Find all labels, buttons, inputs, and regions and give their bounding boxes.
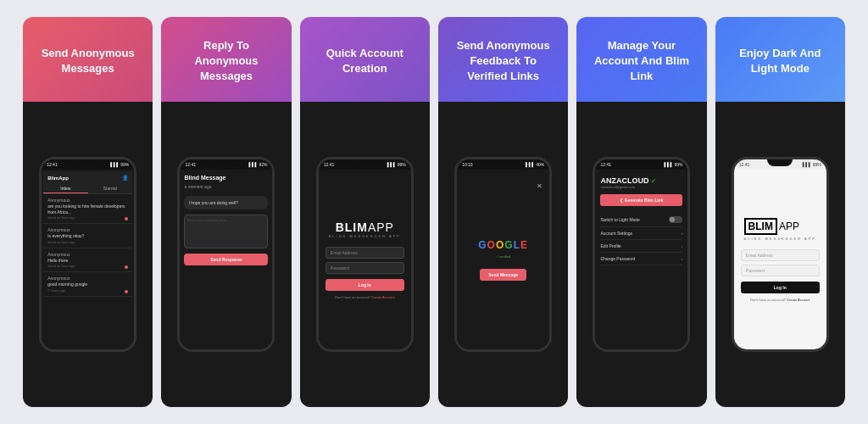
phone-mockup-3: 12:41 ▌▌▌ 99% BLIMAPP BLIND MESSENGER AP… [316, 157, 414, 352]
phone-notch-2 [214, 159, 239, 166]
screen-3: BLIMAPP BLIND MESSENGER APP Email Addres… [319, 170, 411, 349]
card-body-2: 12:41 ▌▌▌ 92% Blind Message a moment ago… [161, 102, 291, 407]
feature-card-2: Reply To AnonymousMessages 12:41 ▌▌▌ 92%… [161, 17, 291, 407]
message-item-4[interactable]: Anonymous good morning google 5 hours ag… [43, 272, 132, 297]
tab-inbox[interactable]: Inbox [43, 184, 88, 193]
screen1-app-header: BlimApp 👤 [43, 171, 132, 184]
screen-2: Blind Message a moment ago I hope you ar… [180, 170, 272, 349]
screen1-profile-icon: 👤 [122, 175, 128, 181]
card-title-2: Reply To AnonymousMessages [171, 38, 281, 85]
account-email: anzacloud@gmail.com [600, 185, 682, 189]
screen1-app-name: BlimApp [47, 176, 69, 181]
close-icon-4[interactable]: ✕ [537, 182, 542, 190]
menu-item-light-mode[interactable]: Switch to Light Mode [600, 213, 682, 227]
google-logo: GOOGLE [478, 239, 528, 251]
feature-card-4: Send AnonymousFeedback ToVerified Links … [438, 17, 568, 407]
app-logo-3: BLIMAPP [329, 220, 401, 234]
message-item-2[interactable]: Anonymous Is everything okay? about an h… [43, 224, 132, 248]
app-logo-6: BLIM APP [744, 218, 816, 235]
screen-1: BlimApp 👤 Inbox Starred Anonymous are yo… [42, 170, 134, 349]
verified-badge-4: ✓ verified [496, 254, 510, 259]
send-message-button-4[interactable]: Send Message [480, 269, 526, 281]
card-body-4: 10:10 ▌▌▌ 40% ✕ GOOGLE ✓ verified Send M… [438, 102, 568, 407]
menu-item-change-password[interactable]: Change Password › [600, 253, 682, 265]
email-input-6[interactable]: Email Address [741, 249, 820, 261]
phone-mockup-6: 12:41 ▌▌▌ 99% BLIM APP BLIND MESSENGER A… [732, 157, 829, 352]
create-account-link-3[interactable]: Don't have an account? Create Account [335, 295, 394, 299]
account-name: ANZACLOUD ✓ [600, 176, 682, 185]
card-body-5: 12:41 ▌▌▌ 99% ANZACLOUD ✓ anzacloud@gmai… [576, 102, 706, 407]
logo-block-6: BLIM APP BLIND MESSENGER APP [744, 218, 816, 241]
card-body-6: 12:41 ▌▌▌ 99% BLIM APP BLIND MESSENGER A… [715, 102, 845, 407]
phone-mockup-4: 10:10 ▌▌▌ 40% ✕ GOOGLE ✓ verified Send M… [454, 157, 552, 352]
message-item-3[interactable]: Anonymous Hello there about an hour ago [43, 248, 132, 273]
login-button-6[interactable]: Log In [741, 282, 820, 293]
arrow-icon-settings: › [681, 231, 682, 236]
app-tagline-3: BLIND MESSENGER APP [329, 234, 401, 238]
phone-mockup-2: 12:41 ▌▌▌ 92% Blind Message a moment ago… [177, 157, 275, 352]
phone-notch-5 [629, 159, 654, 166]
screen-6: BLIM APP BLIND MESSENGER APP Email Addre… [734, 170, 826, 349]
phone-notch-3 [352, 159, 377, 166]
tab-starred[interactable]: Starred [88, 184, 133, 193]
generate-link-button[interactable]: ❮ Generate Blim Link [600, 194, 682, 206]
card-header-6: Enjoy Dark AndLight Mode [715, 17, 845, 102]
phone-notch-1 [75, 159, 101, 166]
card-title-6: Enjoy Dark AndLight Mode [739, 46, 821, 76]
feature-card-3: Quick AccountCreation 12:41 ▌▌▌ 99% BLIM… [300, 17, 430, 407]
card-title-4: Send AnonymousFeedback ToVerified Links [457, 38, 550, 85]
app-tagline-6: BLIND MESSENGER APP [744, 237, 816, 241]
login-button-3[interactable]: Log In [326, 279, 404, 291]
card-header-1: Send AnonymousMessages [23, 17, 153, 102]
send-response-button[interactable]: Send Response [184, 254, 268, 265]
phone-notch-6 [767, 159, 793, 166]
feature-card-1: Send AnonymousMessages 12:41 ▌▌▌ 99% Bli… [23, 17, 153, 407]
card-header-4: Send AnonymousFeedback ToVerified Links [438, 17, 568, 102]
password-input-6[interactable]: Password [741, 265, 820, 276]
logo-block-3: BLIMAPP BLIND MESSENGER APP [329, 220, 401, 238]
email-input-3[interactable]: Email Address [326, 247, 404, 259]
menu-item-edit-profile[interactable]: Edit Profile › [600, 240, 682, 253]
logo-box: BLIM [744, 218, 777, 235]
arrow-icon-password: › [681, 256, 682, 261]
message-time: a moment ago [184, 184, 268, 189]
phone-mockup-5: 12:41 ▌▌▌ 99% ANZACLOUD ✓ anzacloud@gmai… [593, 157, 690, 352]
message-bubble: I hope you are doing well? [184, 196, 268, 209]
phone-mockup-1: 12:41 ▌▌▌ 99% BlimApp 👤 Inbox Starred An… [39, 157, 136, 352]
blind-message-title: Blind Message [184, 175, 268, 181]
card-header-2: Reply To AnonymousMessages [161, 17, 291, 102]
screen-4: ✕ GOOGLE ✓ verified Send Message [457, 170, 549, 349]
message-item-1[interactable]: Anonymous are you looking to hire female… [43, 194, 132, 224]
create-account-link-6[interactable]: Don't have an account? Create Account [750, 298, 810, 302]
feature-card-5: Manage YourAccount And BlimLink 12:41 ▌▌… [576, 17, 706, 407]
password-input-3[interactable]: Password [326, 262, 404, 274]
light-mode-toggle[interactable] [669, 216, 682, 223]
card-body-3: 12:41 ▌▌▌ 99% BLIMAPP BLIND MESSENGER AP… [300, 102, 430, 407]
arrow-icon-profile: › [681, 243, 682, 248]
feature-card-6: Enjoy Dark AndLight Mode 12:41 ▌▌▌ 99% B… [715, 17, 845, 407]
phone-notch-4 [491, 159, 516, 166]
card-title-3: Quick AccountCreation [326, 46, 403, 76]
card-title-5: Manage YourAccount And BlimLink [594, 38, 689, 85]
response-input[interactable]: Enter your response here... [184, 215, 268, 248]
card-header-3: Quick AccountCreation [300, 17, 430, 102]
card-header-5: Manage YourAccount And BlimLink [576, 17, 706, 102]
menu-item-account-settings[interactable]: Account Settings › [600, 227, 682, 240]
screen-5: ANZACLOUD ✓ anzacloud@gmail.com ❮ Genera… [595, 170, 687, 349]
main-container: Send AnonymousMessages 12:41 ▌▌▌ 99% Bli… [19, 17, 849, 407]
card-body-1: 12:41 ▌▌▌ 99% BlimApp 👤 Inbox Starred An… [23, 102, 153, 407]
card-title-1: Send AnonymousMessages [42, 46, 135, 76]
screen1-tabs: Inbox Starred [43, 184, 132, 194]
